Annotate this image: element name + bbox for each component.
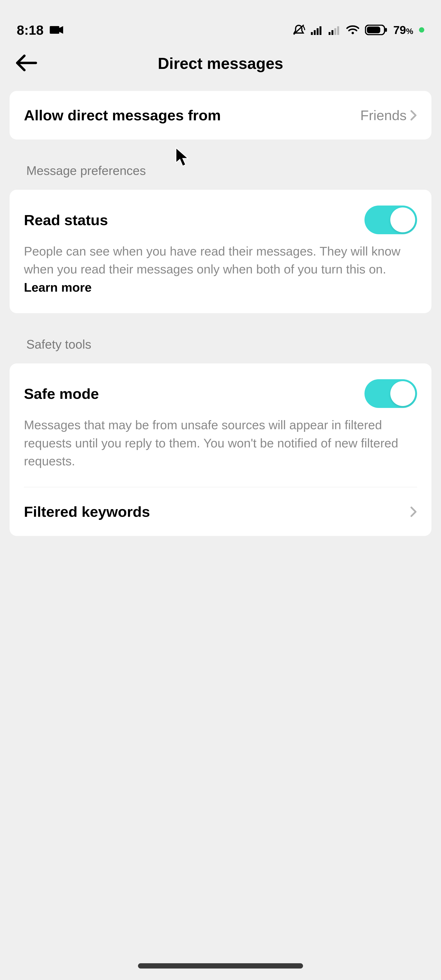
allow-from-value: Friends: [360, 107, 406, 123]
svg-rect-5: [319, 26, 321, 35]
safe-mode-row: Safe mode Messages that may be from unsa…: [10, 363, 431, 487]
safety-tools-card: Safe mode Messages that may be from unsa…: [10, 363, 431, 536]
safe-mode-description: Messages that may be from unsafe sources…: [24, 416, 416, 470]
safety-tools-label: Safety tools: [10, 313, 431, 363]
toggle-knob: [390, 207, 415, 232]
svg-rect-0: [50, 26, 59, 34]
toggle-knob: [390, 381, 415, 406]
read-status-row: Read status People can see when you have…: [10, 190, 431, 313]
status-left: 8:18: [17, 22, 63, 38]
allow-from-label: Allow direct messages from: [24, 107, 221, 124]
camera-icon: [50, 22, 63, 38]
chevron-right-icon: [410, 506, 417, 517]
svg-rect-9: [337, 26, 339, 35]
mute-icon: [292, 24, 305, 36]
page-content: Allow direct messages from Friends Messa…: [0, 84, 441, 536]
safe-mode-toggle[interactable]: [365, 379, 417, 408]
status-bar: 8:18: [0, 0, 441, 43]
page-title: Direct messages: [0, 54, 441, 73]
svg-point-10: [352, 32, 354, 34]
status-right: 79%: [292, 24, 424, 37]
svg-rect-3: [314, 30, 316, 35]
signal-1-icon: [311, 25, 323, 35]
svg-rect-8: [334, 28, 336, 35]
allow-from-value-wrap: Friends: [360, 107, 417, 123]
filtered-keywords-row[interactable]: Filtered keywords: [10, 487, 431, 536]
status-time: 8:18: [17, 22, 43, 38]
allow-from-card: Allow direct messages from Friends: [10, 91, 431, 140]
svg-rect-2: [311, 32, 313, 35]
svg-rect-13: [385, 28, 387, 32]
svg-rect-6: [328, 32, 330, 35]
message-prefs-card: Read status People can see when you have…: [10, 190, 431, 313]
signal-2-icon: [328, 25, 341, 35]
svg-rect-12: [367, 27, 380, 33]
allow-direct-messages-row[interactable]: Allow direct messages from Friends: [10, 91, 431, 140]
privacy-indicator-dot-icon: [419, 27, 424, 33]
read-status-description: People can see when you have read their …: [24, 242, 416, 296]
battery-icon: [365, 25, 387, 35]
read-status-title: Read status: [24, 212, 108, 229]
wifi-icon: [346, 25, 359, 35]
filtered-keywords-title: Filtered keywords: [24, 503, 150, 520]
chevron-right-icon: [410, 110, 417, 121]
battery-pct: 79%: [393, 24, 413, 37]
message-preferences-label: Message preferences: [10, 140, 431, 190]
page-header: Direct messages: [0, 43, 441, 84]
learn-more-link[interactable]: Learn more: [24, 280, 92, 294]
safe-mode-title: Safe mode: [24, 385, 99, 402]
home-indicator[interactable]: [138, 963, 303, 969]
svg-rect-4: [317, 28, 319, 35]
read-status-toggle[interactable]: [365, 205, 417, 234]
svg-rect-7: [332, 30, 333, 35]
back-button[interactable]: [14, 53, 38, 73]
